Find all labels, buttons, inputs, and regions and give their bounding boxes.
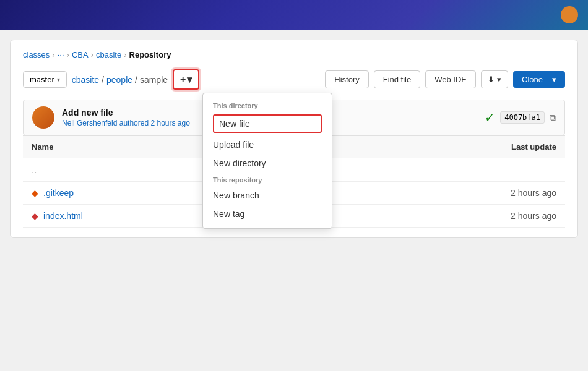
path-folder-link[interactable]: people [106, 75, 132, 85]
col-last-update: Last update [394, 136, 565, 158]
user-avatar[interactable] [561, 6, 578, 23]
last-update-cell [394, 158, 565, 182]
parent-dir-link[interactable]: .. [32, 164, 37, 175]
add-dropdown-button[interactable]: + ▾ [173, 69, 199, 90]
history-button[interactable]: History [325, 70, 368, 88]
git-file-icon: ◆ [32, 188, 38, 198]
breadcrumb: classes › ··· › CBA › cbasite › Reposito… [23, 50, 565, 59]
file-link[interactable]: index.html [43, 211, 83, 221]
web-ide-button[interactable]: Web IDE [425, 70, 476, 88]
breadcrumb-cbasite[interactable]: cbasite [96, 50, 121, 59]
new-tag-menu-item[interactable]: New tag [203, 205, 332, 223]
commit-right: ✓ 4007bfa1 ⧉ [485, 110, 556, 125]
branch-label: master [30, 75, 54, 84]
col-name: Name [23, 136, 209, 158]
commit-author[interactable]: Neil Gershenfeld [62, 119, 117, 127]
file-link[interactable]: .gitkeep [43, 188, 74, 198]
new-file-menu-item[interactable]: New file [213, 114, 322, 133]
last-update-cell: 2 hours ago [394, 205, 565, 228]
breadcrumb-current: Repository [129, 50, 171, 59]
file-name-cell: .. [23, 158, 209, 182]
clone-button[interactable]: Clone ▾ [513, 71, 565, 88]
clone-label: Clone [522, 75, 543, 84]
new-branch-menu-item[interactable]: New branch [203, 186, 332, 205]
repo-toolbar: master ▾ cbasite / people / sample + ▾ H… [23, 69, 565, 90]
commit-action: authored [119, 119, 149, 127]
commit-hash: 4007bfa1 [500, 111, 545, 124]
path-root-link[interactable]: cbasite [72, 75, 99, 85]
branch-selector[interactable]: master ▾ [23, 71, 67, 88]
last-update-cell: 2 hours ago [394, 182, 565, 205]
file-name-cell: ◆index.html [23, 205, 209, 228]
commit-avatar [32, 106, 54, 129]
dropdown-caret-icon: ▾ [187, 74, 192, 85]
file-name-cell: ◆.gitkeep [23, 182, 209, 205]
path-breadcrumb: cbasite / people / sample [72, 75, 168, 85]
branch-chevron-icon: ▾ [57, 76, 60, 83]
check-icon: ✓ [485, 110, 495, 125]
breadcrumb-classes[interactable]: classes [23, 50, 50, 59]
download-button[interactable]: ⬇ ▾ [481, 70, 508, 88]
add-dropdown-menu: This directory New file Upload file New … [202, 93, 332, 229]
path-file: sample [140, 75, 168, 85]
plus-icon: + [180, 74, 186, 85]
download-caret-icon: ▾ [497, 75, 501, 84]
breadcrumb-more[interactable]: ··· [58, 50, 64, 59]
copy-hash-button[interactable]: ⧉ [550, 113, 556, 123]
new-directory-menu-item[interactable]: New directory [203, 154, 332, 173]
upload-file-menu-item[interactable]: Upload file [203, 135, 332, 154]
commit-time: 2 hours ago [150, 119, 189, 127]
dropdown-section-directory: This directory [203, 98, 332, 112]
breadcrumb-cba[interactable]: CBA [72, 50, 89, 59]
dropdown-section-repository: This repository [203, 173, 332, 186]
html-file-icon: ◆ [32, 211, 38, 221]
download-icon: ⬇ [488, 75, 495, 84]
find-file-button[interactable]: Find file [374, 70, 421, 88]
clone-caret-icon: ▾ [547, 75, 556, 84]
